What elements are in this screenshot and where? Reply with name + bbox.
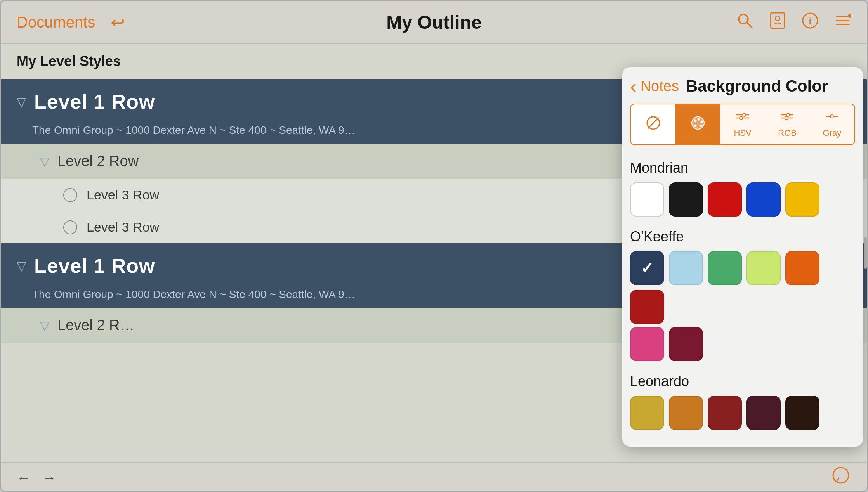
okeeffe-title: O'Keeffe	[630, 229, 855, 245]
app-container: Documents ↩ My Outline i	[0, 0, 868, 492]
header-bar: Documents ↩ My Outline i	[1, 1, 867, 44]
svg-point-16	[700, 124, 702, 127]
okeeffe-swatches-row2	[630, 327, 855, 361]
level2-label-2: Level 2 R…	[57, 317, 135, 334]
svg-point-21	[740, 116, 743, 120]
swatch-darkmaroon[interactable]	[746, 396, 781, 430]
swatch-green[interactable]	[708, 251, 742, 285]
color-mode-tabs: HSV RGB	[630, 104, 855, 145]
notes-link[interactable]: Notes	[641, 78, 679, 95]
panel-title: Background Color	[686, 77, 828, 95]
triangle-icon-4: ▽	[40, 318, 50, 333]
swatch-lime[interactable]	[746, 251, 781, 285]
mondrian-section: Mondrian	[622, 153, 863, 222]
circle-icon-1	[63, 188, 77, 202]
swatch-gold[interactable]	[630, 396, 664, 430]
color-picker-panel: ‹ Notes Background Color	[622, 67, 863, 447]
swatch-darkred[interactable]	[630, 290, 664, 324]
search-icon[interactable]	[736, 12, 753, 33]
svg-line-11	[648, 118, 659, 128]
hsv-label: HSV	[734, 128, 751, 138]
gray-label: Gray	[823, 128, 842, 138]
gray-icon	[825, 111, 839, 126]
bottom-toolbar: ← →	[1, 462, 867, 492]
nav-arrows: ← →	[17, 470, 56, 486]
no-color-icon	[646, 115, 661, 134]
svg-text:i: i	[809, 15, 811, 26]
comment-button[interactable]	[830, 466, 851, 490]
level3-label-1: Level 3 Row	[87, 187, 159, 203]
okeeffe-swatches-row1	[630, 251, 855, 324]
panel-back-button[interactable]: ‹	[630, 76, 637, 96]
svg-point-17	[694, 124, 696, 127]
level2-label-1: Level 2 Row	[57, 153, 139, 170]
prev-arrow[interactable]: ←	[17, 470, 31, 486]
style-icon[interactable]	[769, 11, 786, 34]
svg-point-3	[775, 16, 780, 21]
svg-point-27	[830, 115, 833, 118]
tab-rgb[interactable]: RGB	[765, 104, 810, 144]
rgb-label: RGB	[778, 128, 797, 138]
svg-point-25	[785, 116, 788, 120]
svg-point-24	[786, 113, 790, 116]
level1-label-1: Level 1 Row	[34, 90, 155, 113]
swatch-brick[interactable]	[708, 396, 742, 430]
palette-icon	[690, 115, 706, 134]
svg-line-1	[747, 23, 752, 28]
section-title: My Level Styles	[17, 53, 121, 69]
tab-gray[interactable]: Gray	[810, 104, 854, 144]
back-button[interactable]: ↩	[111, 12, 125, 32]
main-content: My Level Styles ▽ Level 1 Row The Omni G…	[1, 44, 867, 462]
leonardo-swatches	[630, 396, 855, 430]
menu-icon[interactable]	[834, 12, 851, 33]
svg-point-28	[833, 468, 849, 483]
hsv-icon	[736, 111, 750, 126]
okeeffe-section: O'Keeffe	[622, 222, 863, 366]
color-picker-header: ‹ Notes Background Color	[622, 67, 863, 104]
leonardo-section: Leonardo	[622, 366, 863, 435]
tab-hsv[interactable]: HSV	[720, 104, 765, 144]
triangle-icon-3: ▽	[17, 258, 26, 273]
tab-none[interactable]	[631, 104, 675, 144]
next-arrow[interactable]: →	[42, 470, 56, 486]
swatch-red[interactable]	[708, 182, 742, 217]
header-left: Documents ↩	[17, 12, 226, 32]
mondrian-swatches	[630, 182, 855, 217]
svg-point-14	[697, 118, 700, 120]
swatch-blue[interactable]	[746, 182, 781, 217]
triangle-icon-1: ▽	[17, 94, 26, 109]
level1-label-2: Level 1 Row	[34, 254, 155, 277]
svg-point-15	[700, 120, 703, 123]
swatch-amber[interactable]	[669, 396, 703, 430]
svg-point-13	[694, 119, 696, 122]
header-right: i	[643, 11, 852, 34]
tab-palette[interactable]	[675, 104, 720, 144]
rgb-icon	[780, 111, 794, 126]
panel-pointer	[815, 67, 832, 68]
leonardo-title: Leonardo	[630, 373, 855, 390]
side-handle	[864, 237, 867, 269]
info-icon[interactable]: i	[802, 12, 819, 33]
swatch-black[interactable]	[669, 182, 703, 217]
documents-link[interactable]: Documents	[17, 14, 95, 31]
header-title: My Outline	[226, 12, 643, 33]
swatch-navy[interactable]	[630, 251, 664, 285]
swatch-maroon[interactable]	[669, 327, 703, 361]
swatch-orange[interactable]	[785, 251, 819, 285]
swatch-espresso[interactable]	[785, 396, 819, 430]
level3-label-2: Level 3 Row	[87, 220, 159, 235]
swatch-pink[interactable]	[630, 327, 664, 361]
svg-point-20	[743, 113, 746, 116]
swatch-yellow[interactable]	[785, 182, 819, 217]
swatch-lightblue[interactable]	[669, 251, 703, 285]
mondrian-title: Mondrian	[630, 160, 855, 176]
triangle-icon-2: ▽	[40, 154, 50, 169]
circle-icon-2	[63, 220, 77, 234]
swatch-white[interactable]	[630, 182, 664, 217]
